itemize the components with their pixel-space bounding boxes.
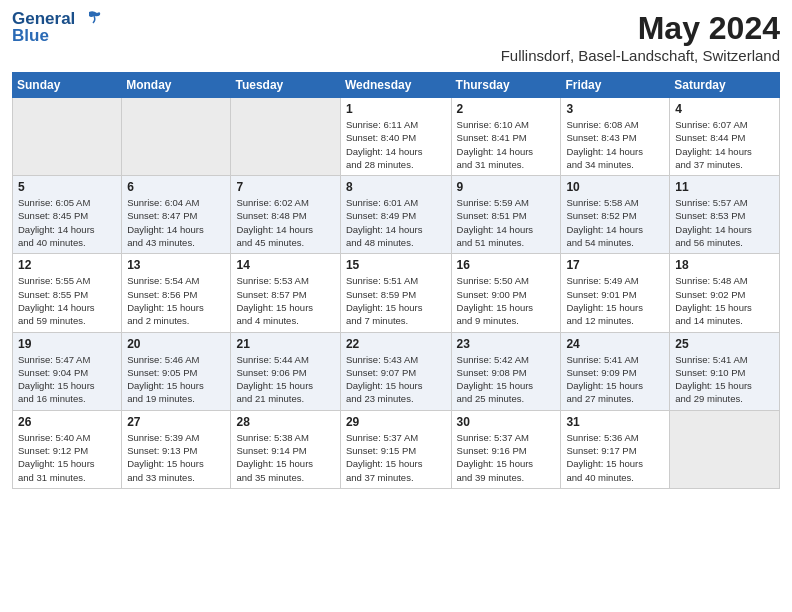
day-number: 31	[566, 415, 664, 429]
table-row: 17Sunrise: 5:49 AM Sunset: 9:01 PM Dayli…	[561, 254, 670, 332]
day-number: 8	[346, 180, 446, 194]
day-info: Sunrise: 5:53 AM Sunset: 8:57 PM Dayligh…	[236, 274, 334, 327]
day-number: 4	[675, 102, 774, 116]
table-row	[231, 98, 340, 176]
table-row: 25Sunrise: 5:41 AM Sunset: 9:10 PM Dayli…	[670, 332, 780, 410]
day-number: 7	[236, 180, 334, 194]
day-number: 10	[566, 180, 664, 194]
day-number: 24	[566, 337, 664, 351]
day-info: Sunrise: 6:08 AM Sunset: 8:43 PM Dayligh…	[566, 118, 664, 171]
day-number: 19	[18, 337, 116, 351]
table-row: 11Sunrise: 5:57 AM Sunset: 8:53 PM Dayli…	[670, 176, 780, 254]
table-row: 26Sunrise: 5:40 AM Sunset: 9:12 PM Dayli…	[13, 410, 122, 488]
day-number: 22	[346, 337, 446, 351]
day-number: 26	[18, 415, 116, 429]
day-number: 29	[346, 415, 446, 429]
page-container: General Blue May 2024 Fullinsdorf, Basel…	[0, 0, 792, 501]
table-row: 1Sunrise: 6:11 AM Sunset: 8:40 PM Daylig…	[340, 98, 451, 176]
day-info: Sunrise: 5:37 AM Sunset: 9:16 PM Dayligh…	[457, 431, 556, 484]
location-title: Fullinsdorf, Basel-Landschaft, Switzerla…	[501, 47, 780, 64]
day-info: Sunrise: 5:58 AM Sunset: 8:52 PM Dayligh…	[566, 196, 664, 249]
table-row: 12Sunrise: 5:55 AM Sunset: 8:55 PM Dayli…	[13, 254, 122, 332]
day-number: 9	[457, 180, 556, 194]
day-info: Sunrise: 6:07 AM Sunset: 8:44 PM Dayligh…	[675, 118, 774, 171]
logo: General Blue	[12, 10, 101, 45]
table-row: 24Sunrise: 5:41 AM Sunset: 9:09 PM Dayli…	[561, 332, 670, 410]
table-row: 4Sunrise: 6:07 AM Sunset: 8:44 PM Daylig…	[670, 98, 780, 176]
table-row: 31Sunrise: 5:36 AM Sunset: 9:17 PM Dayli…	[561, 410, 670, 488]
table-row: 20Sunrise: 5:46 AM Sunset: 9:05 PM Dayli…	[122, 332, 231, 410]
day-number: 28	[236, 415, 334, 429]
table-row: 2Sunrise: 6:10 AM Sunset: 8:41 PM Daylig…	[451, 98, 561, 176]
header-sunday: Sunday	[13, 73, 122, 98]
table-row	[122, 98, 231, 176]
day-number: 6	[127, 180, 225, 194]
table-row: 29Sunrise: 5:37 AM Sunset: 9:15 PM Dayli…	[340, 410, 451, 488]
day-info: Sunrise: 5:57 AM Sunset: 8:53 PM Dayligh…	[675, 196, 774, 249]
day-number: 23	[457, 337, 556, 351]
table-row: 10Sunrise: 5:58 AM Sunset: 8:52 PM Dayli…	[561, 176, 670, 254]
table-row: 19Sunrise: 5:47 AM Sunset: 9:04 PM Dayli…	[13, 332, 122, 410]
calendar-week-row: 12Sunrise: 5:55 AM Sunset: 8:55 PM Dayli…	[13, 254, 780, 332]
table-row	[13, 98, 122, 176]
table-row: 14Sunrise: 5:53 AM Sunset: 8:57 PM Dayli…	[231, 254, 340, 332]
table-row	[670, 410, 780, 488]
day-number: 20	[127, 337, 225, 351]
day-number: 1	[346, 102, 446, 116]
day-number: 14	[236, 258, 334, 272]
day-info: Sunrise: 5:55 AM Sunset: 8:55 PM Dayligh…	[18, 274, 116, 327]
calendar-table: Sunday Monday Tuesday Wednesday Thursday…	[12, 72, 780, 489]
day-info: Sunrise: 5:40 AM Sunset: 9:12 PM Dayligh…	[18, 431, 116, 484]
logo-bird-icon	[79, 10, 101, 28]
day-info: Sunrise: 5:50 AM Sunset: 9:00 PM Dayligh…	[457, 274, 556, 327]
title-block: May 2024 Fullinsdorf, Basel-Landschaft, …	[501, 10, 780, 64]
day-number: 21	[236, 337, 334, 351]
day-info: Sunrise: 5:41 AM Sunset: 9:10 PM Dayligh…	[675, 353, 774, 406]
day-number: 3	[566, 102, 664, 116]
day-info: Sunrise: 5:49 AM Sunset: 9:01 PM Dayligh…	[566, 274, 664, 327]
table-row: 6Sunrise: 6:04 AM Sunset: 8:47 PM Daylig…	[122, 176, 231, 254]
day-info: Sunrise: 5:54 AM Sunset: 8:56 PM Dayligh…	[127, 274, 225, 327]
header: General Blue May 2024 Fullinsdorf, Basel…	[12, 10, 780, 64]
header-monday: Monday	[122, 73, 231, 98]
day-number: 12	[18, 258, 116, 272]
table-row: 16Sunrise: 5:50 AM Sunset: 9:00 PM Dayli…	[451, 254, 561, 332]
month-title: May 2024	[501, 10, 780, 47]
day-number: 16	[457, 258, 556, 272]
day-number: 11	[675, 180, 774, 194]
header-saturday: Saturday	[670, 73, 780, 98]
calendar-week-row: 19Sunrise: 5:47 AM Sunset: 9:04 PM Dayli…	[13, 332, 780, 410]
table-row: 8Sunrise: 6:01 AM Sunset: 8:49 PM Daylig…	[340, 176, 451, 254]
table-row: 22Sunrise: 5:43 AM Sunset: 9:07 PM Dayli…	[340, 332, 451, 410]
day-number: 15	[346, 258, 446, 272]
calendar-week-row: 26Sunrise: 5:40 AM Sunset: 9:12 PM Dayli…	[13, 410, 780, 488]
calendar-header-row: Sunday Monday Tuesday Wednesday Thursday…	[13, 73, 780, 98]
day-info: Sunrise: 6:04 AM Sunset: 8:47 PM Dayligh…	[127, 196, 225, 249]
day-info: Sunrise: 5:43 AM Sunset: 9:07 PM Dayligh…	[346, 353, 446, 406]
day-info: Sunrise: 6:10 AM Sunset: 8:41 PM Dayligh…	[457, 118, 556, 171]
table-row: 13Sunrise: 5:54 AM Sunset: 8:56 PM Dayli…	[122, 254, 231, 332]
day-number: 2	[457, 102, 556, 116]
day-info: Sunrise: 5:41 AM Sunset: 9:09 PM Dayligh…	[566, 353, 664, 406]
table-row: 15Sunrise: 5:51 AM Sunset: 8:59 PM Dayli…	[340, 254, 451, 332]
table-row: 23Sunrise: 5:42 AM Sunset: 9:08 PM Dayli…	[451, 332, 561, 410]
day-number: 17	[566, 258, 664, 272]
day-info: Sunrise: 5:46 AM Sunset: 9:05 PM Dayligh…	[127, 353, 225, 406]
table-row: 28Sunrise: 5:38 AM Sunset: 9:14 PM Dayli…	[231, 410, 340, 488]
day-number: 25	[675, 337, 774, 351]
table-row: 18Sunrise: 5:48 AM Sunset: 9:02 PM Dayli…	[670, 254, 780, 332]
day-number: 13	[127, 258, 225, 272]
table-row: 9Sunrise: 5:59 AM Sunset: 8:51 PM Daylig…	[451, 176, 561, 254]
day-number: 5	[18, 180, 116, 194]
day-info: Sunrise: 5:47 AM Sunset: 9:04 PM Dayligh…	[18, 353, 116, 406]
day-number: 30	[457, 415, 556, 429]
calendar-week-row: 5Sunrise: 6:05 AM Sunset: 8:45 PM Daylig…	[13, 176, 780, 254]
table-row: 7Sunrise: 6:02 AM Sunset: 8:48 PM Daylig…	[231, 176, 340, 254]
day-info: Sunrise: 5:36 AM Sunset: 9:17 PM Dayligh…	[566, 431, 664, 484]
day-info: Sunrise: 5:51 AM Sunset: 8:59 PM Dayligh…	[346, 274, 446, 327]
header-tuesday: Tuesday	[231, 73, 340, 98]
table-row: 5Sunrise: 6:05 AM Sunset: 8:45 PM Daylig…	[13, 176, 122, 254]
day-info: Sunrise: 5:39 AM Sunset: 9:13 PM Dayligh…	[127, 431, 225, 484]
day-info: Sunrise: 5:42 AM Sunset: 9:08 PM Dayligh…	[457, 353, 556, 406]
day-info: Sunrise: 6:02 AM Sunset: 8:48 PM Dayligh…	[236, 196, 334, 249]
